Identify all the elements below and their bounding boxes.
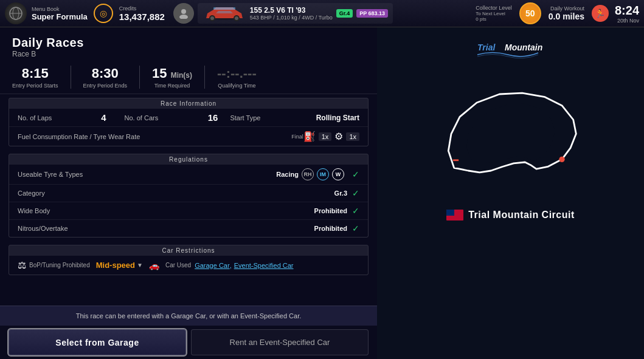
qualifying-time-value: --:--.--- — [217, 66, 257, 81]
track-map — [426, 70, 596, 203]
credits-label: Credits — [119, 5, 165, 12]
category-label: Category — [18, 190, 334, 197]
category-check-icon: ✓ — [352, 188, 359, 198]
svg-point-10 — [235, 16, 238, 20]
category-row: Category Gr.3 ✓ — [9, 185, 368, 202]
usa-flag-icon — [446, 210, 463, 221]
qualifying-time-label: Qualifying Time — [218, 83, 255, 89]
car-used-icon: 🚗 — [149, 261, 159, 270]
tyre-value: Racing — [276, 171, 299, 178]
svg-rect-6 — [213, 7, 235, 10]
game-logo — [5, 2, 27, 24]
compass-icon[interactable]: ◎ — [94, 4, 113, 23]
dropdown-arrow-icon[interactable]: ▼ — [137, 262, 143, 268]
credits-info: Credits 13,437,882 — [119, 5, 165, 22]
current-car-info: 155 2.5 V6 TI '93 543 BHP / 1,010 kg / 4… — [198, 3, 393, 24]
credits-value: 13,437,882 — [119, 12, 165, 22]
entry-starts-label: Entry Period Starts — [12, 83, 58, 89]
fuel-tyre-label: Fuel Consumption Rate / Tyre Wear Rate — [18, 133, 285, 140]
date-value: 20th Nov — [617, 18, 639, 24]
driver-avatar — [173, 3, 194, 24]
qualifying-time-block: --:--.--- Qualifying Time — [205, 66, 269, 89]
page-subtitle: Race B — [12, 50, 365, 58]
clock-display: 8:24 20th Nov — [615, 4, 639, 24]
regulations-section: Regulations Useable Tyre & Types Racing … — [9, 154, 369, 238]
time-required-block: 15 Min(s) Time Required — [140, 66, 205, 89]
bop-label: BoP/Tuning Prohibited — [29, 262, 90, 268]
wide-body-label: Wide Body — [18, 207, 314, 214]
menu-book-info: Menu Book Super Formula — [32, 6, 88, 21]
workout-value: 0.0 miles — [549, 12, 584, 21]
car-used-label: Car Used — [165, 262, 191, 268]
left-panel: Daily Races Race B 8:15 Entry Period Sta… — [0, 27, 377, 359]
race-info-section: Race Information No. of Laps 4 No. of Ca… — [9, 98, 369, 146]
fuel-tyre-rates: ⛽ 1x ⚙ 1x — [303, 131, 359, 142]
garage-car-link[interactable]: Garage Car — [195, 262, 229, 269]
car-pp-badge: PP 683.13 — [356, 9, 388, 18]
regulations-label: Regulations — [9, 154, 368, 165]
car-restrictions-label: Car Restrictions — [9, 245, 368, 256]
right-panel: Trial Mountain Trial Mounta — [377, 27, 644, 359]
top-bar: Menu Book Super Formula ◎ Credits 13,437… — [0, 0, 644, 27]
svg-point-4 — [179, 15, 188, 19]
svg-point-14 — [559, 157, 564, 162]
event-car-link[interactable]: Event-Specified Car — [234, 262, 294, 269]
laps-row: No. of Laps 4 No. of Cars 16 Start Type … — [9, 109, 368, 127]
cars-label: No. of Cars — [125, 114, 204, 121]
notice-text: This race can be entered with a Garage C… — [76, 312, 302, 320]
track-logo: Trial Mountain — [474, 39, 547, 64]
menu-label: Menu Book — [32, 6, 88, 12]
tyre-rate: 1x — [346, 132, 359, 141]
tyre-types-label: Useable Tyre & Types — [18, 171, 276, 178]
laps-value: 4 — [101, 112, 106, 123]
bottom-buttons: Select from Garage Rent an Event-Specifi… — [0, 326, 377, 359]
wide-body-check-icon: ✓ — [352, 206, 359, 216]
workout-label: Daily Workout — [550, 5, 584, 12]
car-name: 155 2.5 V6 TI '93 — [250, 6, 333, 15]
cars-value: 16 — [208, 112, 218, 123]
nitrous-label: Nitrous/Overtake — [18, 225, 314, 232]
bop-scale-icon: ⚖ — [18, 259, 26, 271]
fuel-tyre-row: Fuel Consumption Rate / Tyre Wear Rate F… — [9, 127, 368, 146]
svg-rect-13 — [452, 159, 458, 161]
start-type-value: Rolling Start — [316, 114, 359, 122]
fuel-icon: ⛽ — [303, 131, 316, 142]
timing-row: 8:15 Entry Period Starts 8:30 Entry Peri… — [0, 61, 377, 94]
track-footer: Trial Mountain Circuit — [446, 210, 575, 221]
circuit-name-label: Trial Mountain Circuit — [468, 210, 575, 221]
nitrous-value: Prohibited — [314, 225, 347, 232]
tyre-badge-im: IM — [317, 168, 329, 180]
entry-ends-time: 8:30 — [92, 66, 119, 81]
rent-event-car-button[interactable]: Rent an Event-Specified Car — [191, 329, 369, 355]
tyre-badges: Racing RH IM W ✓ — [276, 168, 359, 180]
time-required-label: Time Required — [154, 83, 190, 89]
category-value: Gr.3 — [334, 190, 347, 197]
restrictions-row: ⚖ BoP/Tuning Prohibited Mid-speed ▼ 🚗 Ca… — [9, 256, 368, 275]
svg-text:Trial: Trial — [477, 43, 496, 52]
final-label: Final — [291, 134, 303, 140]
tyre-badge-w: W — [332, 168, 344, 180]
entry-ends-block: 8:30 Entry Period Ends — [71, 66, 140, 89]
wide-body-row: Wide Body Prohibited ✓ — [9, 202, 368, 220]
time-required-value: 15 Min(s) — [152, 66, 192, 81]
entry-starts-time: 8:15 — [22, 66, 49, 81]
nitrous-row: Nitrous/Overtake Prohibited ✓ — [9, 220, 368, 237]
laps-label: No. of Laps — [18, 114, 97, 121]
wide-body-value: Prohibited — [314, 207, 347, 214]
tyre-badge-rh: RH — [302, 168, 314, 180]
panel-header: Daily Races Race B — [0, 27, 377, 61]
svg-point-8 — [210, 16, 214, 20]
select-from-garage-button[interactable]: Select from Garage — [9, 329, 186, 355]
entry-ends-label: Entry Period Ends — [83, 83, 128, 89]
collector-sublabel: To Next Level — [476, 11, 512, 16]
time-value: 8:24 — [615, 4, 639, 18]
collector-label: Collector Level — [476, 5, 512, 11]
race-info-label: Race Information — [9, 98, 368, 109]
car-silhouette-icon — [203, 5, 246, 22]
tyre-check-icon: ✓ — [352, 169, 359, 179]
collector-info: Collector Level To Next Level 0 pts — [476, 5, 512, 22]
main-content: Daily Races Race B 8:15 Entry Period Sta… — [0, 27, 644, 359]
collector-level-badge: 50 — [519, 2, 541, 24]
svg-point-3 — [181, 9, 186, 14]
car-restrictions-section: Car Restrictions ⚖ BoP/Tuning Prohibited… — [9, 245, 369, 275]
